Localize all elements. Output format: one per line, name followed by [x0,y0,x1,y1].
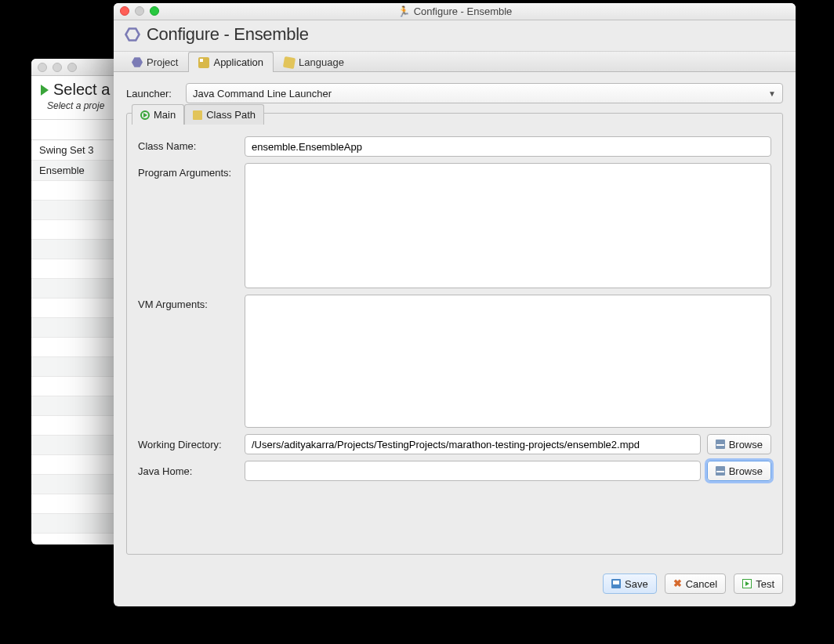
tree-icon [716,466,725,476]
button-label: Save [625,578,648,590]
dialog-window-title: Configure - Ensemble [414,5,513,17]
button-label: Browse [729,465,763,477]
outer-tab-bar: Project Application Language [114,51,796,72]
program-args-label: Program Arguments: [138,163,238,179]
project-hex-icon [125,27,140,42]
play-circle-icon [140,110,150,120]
project-hex-icon [132,57,143,68]
save-icon [611,579,621,588]
maximize-icon[interactable] [150,6,159,16]
save-button[interactable]: Save [603,573,657,594]
button-label: Test [756,578,774,590]
vm-args-label: VM Arguments: [138,295,238,310]
main-tab-content: Class Name: Program Arguments: VM Argume… [127,133,782,554]
chevron-down-icon: ▼ [768,89,776,98]
tab-label: Project [147,56,178,68]
dialog-footer: Save ✖ Cancel Test [114,563,796,606]
button-label: Cancel [686,578,717,590]
minimize-icon[interactable] [135,6,144,16]
tab-label: Language [299,56,344,68]
tab-language[interactable]: Language [274,52,354,72]
tab-label: Application [213,56,263,68]
dialog-header-title: Configure - Ensemble [147,24,309,45]
test-icon [742,579,752,588]
browse-java-home-button[interactable]: Browse [707,461,771,481]
program-args-textarea[interactable] [245,163,771,288]
launcher-select[interactable]: Java Command Line Launcher ▼ [186,83,783,103]
vm-args-textarea[interactable] [245,295,771,428]
tab-classpath[interactable]: Class Path [184,104,264,125]
cancel-icon: ✖ [673,579,682,588]
tab-label: Class Path [206,109,256,121]
test-button[interactable]: Test [734,573,783,594]
classpath-icon [193,110,202,120]
application-icon [198,57,209,68]
dialog-titlebar: 🏃 Configure - Ensemble [114,3,796,20]
minimize-icon[interactable] [53,63,62,72]
dialog-content: Launcher: Java Command Line Launcher ▼ M… [114,72,796,563]
tab-project[interactable]: Project [121,52,188,72]
launcher-label: Launcher: [126,88,178,99]
launcher-value: Java Command Line Launcher [193,88,332,99]
close-icon[interactable] [38,63,47,72]
tree-icon [716,440,725,449]
class-name-label: Class Name: [138,136,238,152]
play-icon [41,85,49,96]
maximize-icon[interactable] [67,63,77,72]
close-icon[interactable] [120,6,129,16]
dialog-header: Configure - Ensemble [114,20,796,51]
class-name-input[interactable] [245,136,771,157]
tab-application[interactable]: Application [188,52,274,72]
configure-dialog: 🏃 Configure - Ensemble Configure - Ensem… [114,3,796,606]
tab-label: Main [154,109,176,121]
button-label: Browse [729,439,763,450]
java-home-label: Java Home: [138,465,238,477]
working-dir-label: Working Directory: [138,439,238,450]
java-home-input[interactable] [245,461,701,481]
browse-working-dir-button[interactable]: Browse [707,434,771,454]
language-icon [283,56,296,68]
working-dir-input[interactable] [245,434,701,454]
cancel-button[interactable]: ✖ Cancel [665,573,726,594]
inner-tab-bar: Main Class Path [127,113,782,133]
tab-main[interactable]: Main [132,104,184,125]
inner-panel: Main Class Path Class Name: Program Argu… [126,113,783,555]
runner-icon: 🏃 [397,5,410,17]
